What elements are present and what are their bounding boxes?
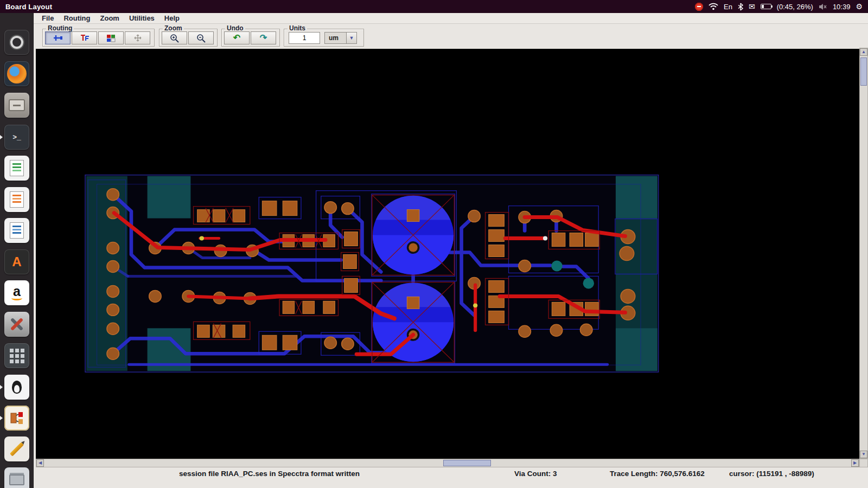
vertical-scroll-thumb[interactable] <box>860 57 867 86</box>
launcher-libreoffice-writer-icon[interactable] <box>4 218 29 243</box>
keyboard-layout[interactable]: En <box>724 3 732 11</box>
redo-icon: ↷ <box>260 34 267 42</box>
pcb-render <box>36 49 859 459</box>
launcher-terminal-icon[interactable]: >_ <box>4 125 29 150</box>
impress-doc-icon <box>10 191 24 208</box>
zoom-in-button[interactable] <box>162 31 187 44</box>
pcb-canvas[interactable] <box>36 49 859 459</box>
via-count: Via Count: 3 <box>514 470 557 478</box>
launcher-board-layout-icon[interactable] <box>4 406 29 431</box>
running-arrow-bird-app <box>0 385 3 389</box>
zoom-in-icon <box>170 34 180 43</box>
menu-bar: File Routing Zoom Utilities Help <box>34 13 868 24</box>
launcher-archiver-icon[interactable] <box>4 93 29 118</box>
pencil-icon <box>10 442 24 456</box>
launcher-amazon-icon[interactable]: a <box>4 280 29 305</box>
zoom-out-icon <box>196 34 206 43</box>
chevron-down-icon: ▼ <box>346 33 356 43</box>
launcher: >_ A a <box>0 13 34 488</box>
stack-icon <box>9 474 24 485</box>
zoom-out-button[interactable] <box>188 31 214 44</box>
trace-length: Trace Length: 760,576.6162 <box>610 470 705 478</box>
amazon-smile-icon <box>11 296 22 300</box>
drawer-icon <box>9 99 25 111</box>
move-cross-icon <box>133 34 143 42</box>
scrollbar-corner <box>859 459 868 467</box>
system-tray: En ✉ (0:45, 26%) 10:39 ⚙ <box>695 2 863 11</box>
letter-a-icon: A <box>12 254 21 269</box>
calc-doc-icon <box>10 160 24 176</box>
session-gear-icon[interactable]: ⚙ <box>856 2 863 11</box>
running-arrow-terminal <box>0 135 3 139</box>
launcher-settings-icon[interactable] <box>4 312 29 337</box>
status-message: session file RIAA_PC.ses in Specctra for… <box>179 470 360 478</box>
horizontal-scrollbar[interactable]: ◀ ▶ <box>36 459 859 467</box>
undo-icon: ↶ <box>233 34 240 42</box>
desktop: Board Layout En ✉ (0:45, 26%) <box>0 0 868 488</box>
component-symbol-icon <box>9 410 25 426</box>
battery-icon[interactable] <box>761 2 771 11</box>
scroll-right-icon[interactable]: ▶ <box>851 459 859 467</box>
move-tool-button[interactable] <box>125 31 150 44</box>
launcher-calculator-icon[interactable] <box>4 343 29 368</box>
route-mode-button[interactable] <box>45 31 71 44</box>
menu-routing[interactable]: Routing <box>59 14 95 22</box>
mail-icon[interactable]: ✉ <box>749 2 755 11</box>
menu-zoom[interactable]: Zoom <box>95 14 124 22</box>
unit-scale-input[interactable] <box>289 32 320 44</box>
launcher-firefox-icon[interactable] <box>4 61 29 86</box>
redo-button[interactable]: ↷ <box>251 31 276 44</box>
bluetooth-icon[interactable] <box>738 2 743 11</box>
toolbar: Routing <box>34 24 868 48</box>
layer-visibility-button[interactable] <box>98 31 124 44</box>
scroll-up-icon[interactable]: ▲ <box>860 48 867 56</box>
toolbar-group-routing: Routing <box>42 29 155 47</box>
cursor-position: cursor: (115191 , -88989) <box>729 470 814 478</box>
status-bar: session file RIAA_PC.ses in Specctra for… <box>34 467 868 488</box>
board-layout-window: File Routing Zoom Utilities Help Routing <box>34 13 868 488</box>
canvas-row: ▲ ▼ <box>34 48 868 459</box>
volume-muted-icon[interactable] <box>819 2 827 11</box>
layers-icon <box>106 34 116 42</box>
trace-mode-button[interactable] <box>72 31 97 44</box>
launcher-libreoffice-calc-icon[interactable] <box>4 156 29 181</box>
launcher-libreoffice-impress-icon[interactable] <box>4 187 29 212</box>
unit-select[interactable]: um ▼ <box>324 32 357 44</box>
wifi-icon[interactable] <box>709 2 718 11</box>
trace-icon <box>79 34 90 42</box>
launcher-bird-app-icon[interactable] <box>4 375 29 400</box>
horizontal-scroll-row: ◀ ▶ <box>34 459 868 467</box>
scroll-down-icon[interactable]: ▼ <box>860 451 867 458</box>
menu-help[interactable]: Help <box>159 14 184 22</box>
toolbar-group-undo: Undo ↶ ↷ <box>221 29 280 47</box>
recording-indicator-icon[interactable] <box>695 2 703 11</box>
dash-ring-icon <box>10 36 23 49</box>
launcher-text-editor-icon[interactable]: A <box>4 249 29 274</box>
toolbar-group-zoom: Zoom <box>159 29 218 47</box>
group-label-units: Units <box>288 25 307 32</box>
route-icon <box>53 34 63 42</box>
launcher-files-stack-icon[interactable] <box>4 467 29 488</box>
menu-utilities[interactable]: Utilities <box>124 14 159 22</box>
writer-doc-icon <box>10 222 24 239</box>
unit-select-value: um <box>325 33 346 43</box>
amazon-a-icon: a <box>13 286 21 297</box>
clock[interactable]: 10:39 <box>833 3 851 11</box>
terminal-prompt-icon: >_ <box>12 133 21 142</box>
horizontal-scroll-thumb[interactable] <box>443 460 491 466</box>
firefox-globe-icon <box>7 64 27 84</box>
undo-button[interactable]: ↶ <box>224 31 250 44</box>
menu-file[interactable]: File <box>37 14 59 22</box>
scroll-left-icon[interactable]: ◀ <box>36 459 44 467</box>
top-panel: Board Layout En ✉ (0:45, 26%) <box>0 0 868 13</box>
vertical-scrollbar[interactable]: ▲ ▼ <box>859 48 868 459</box>
window-title: Board Layout <box>5 3 52 11</box>
running-arrow-board-layout <box>0 416 3 420</box>
launcher-pencil-editor-icon[interactable] <box>4 436 29 461</box>
toolbar-group-units: Units um ▼ <box>284 29 364 47</box>
keypad-icon <box>10 349 24 363</box>
launcher-dash-home-icon[interactable] <box>4 30 29 55</box>
battery-status[interactable]: (0:45, 26%) <box>777 3 813 11</box>
bird-icon <box>12 381 22 394</box>
